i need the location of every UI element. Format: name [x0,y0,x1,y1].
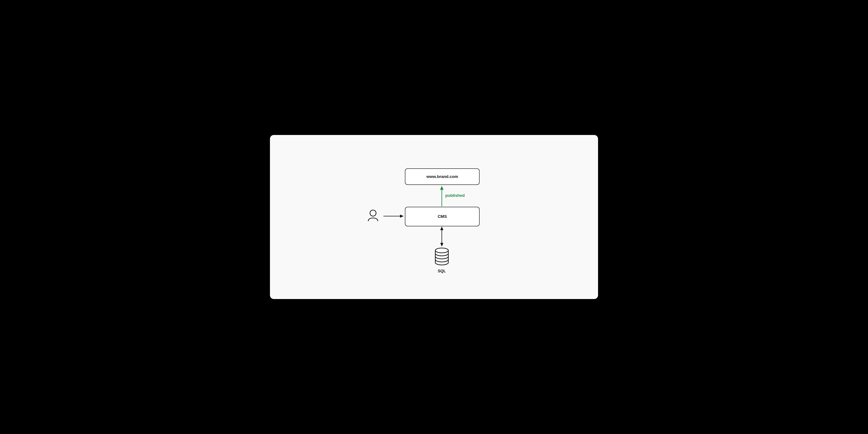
svg-point-1 [435,248,448,253]
svg-point-0 [370,210,376,216]
node-website: www.brand.com [405,168,479,185]
node-cms: CMS [405,207,479,226]
diagram-canvas: www.brand.com CMS published SQL [270,135,598,299]
user-icon [368,210,378,221]
node-cms-label: CMS [438,214,447,219]
node-database-label: SQL [431,269,453,273]
database-icon [435,248,448,265]
edge-label-published: published [445,193,465,198]
node-website-label: www.brand.com [426,174,458,179]
